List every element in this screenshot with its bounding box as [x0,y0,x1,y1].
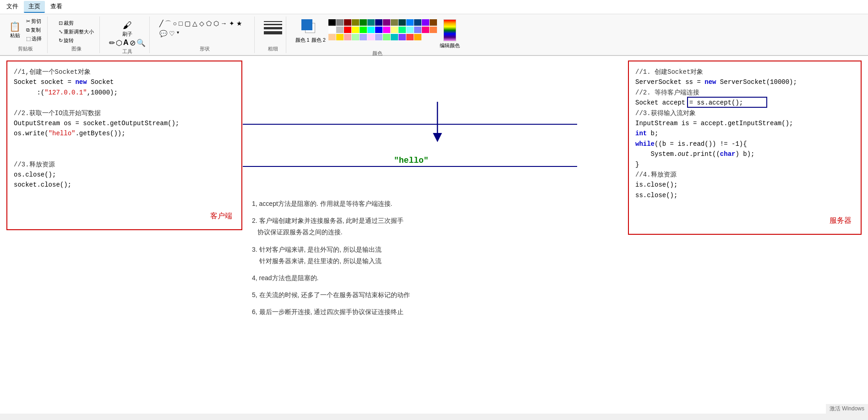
shape-pentagon[interactable]: ⬠ [206,19,212,28]
color-cell[interactable] [360,27,367,33]
color-cell[interactable] [344,19,351,26]
color-cell[interactable] [367,27,375,33]
color-cell[interactable] [391,34,398,40]
ribbon-group-image: ⊡ 裁剪 ⤡ 重新调整大小 ↻ 旋转 图像 [53,17,100,53]
color-cell[interactable] [391,27,398,33]
shape-rect[interactable]: □ [178,19,183,28]
shape-hexagon[interactable]: ⬡ [213,19,219,28]
down-arrow [431,102,444,148]
paste-icon: 📋 [9,21,21,32]
note-1: 1, accept方法是阻塞的. 作用就是等待客户端连接. [252,198,472,210]
gradient-swatch[interactable] [443,19,456,41]
ribbon-group-shapes: ╱ ⌒ ○ □ ▢ △ ◇ ⬠ ⬡ → ✦ ★ 💬 ♡ ▾ 形状 [155,17,255,53]
color-cell[interactable] [328,27,336,33]
color-cell[interactable] [406,34,414,40]
color-cell[interactable] [422,27,429,33]
color-cell[interactable] [414,27,421,33]
color-palette [328,19,437,40]
client-comment3: //3.释放资源 [14,160,235,170]
rotate-button[interactable]: ↻ 旋转 [57,37,96,44]
ribbon-clipboard-row: 📋 粘贴 ✂ 剪切 ⧉ 复制 ⬚ 选择 [7,17,44,43]
pencil-icon[interactable]: ✏ [109,39,115,47]
thickness-thin[interactable] [264,21,282,22]
color-cell[interactable] [399,27,406,33]
copy-button[interactable]: ⧉ 复制 [24,26,44,34]
color-cell[interactable] [414,34,421,40]
server-line9: ss.close(); [635,190,854,200]
server-line1: ServerSocket ss = new ServerSocket(10000… [635,77,854,87]
resize-button[interactable]: ⤡ 重新调整大小 [57,28,96,36]
fill-icon[interactable]: ⬡ [116,39,122,47]
shape-oval[interactable]: ○ [173,19,177,28]
text-icon[interactable]: A [123,39,129,47]
color-cell[interactable] [375,34,382,40]
color-cell[interactable] [367,19,375,26]
color-cell[interactable] [422,19,429,26]
shape-star5[interactable]: ★ [236,19,243,28]
eyedropper-icon[interactable]: 🔍 [136,39,146,47]
menu-file[interactable]: 文件 [2,1,23,13]
color-cell[interactable] [367,34,375,40]
color-cell[interactable] [336,27,344,33]
color-cell[interactable] [328,19,336,26]
client-line3: OutputStream os = socket.getOutputStream… [14,118,235,128]
thickness-extra[interactable] [264,31,282,34]
shape-curve[interactable]: ⌒ [164,19,172,28]
menu-home[interactable]: 主页 [24,1,45,13]
notes-area: 1, accept方法是阻塞的. 作用就是等待客户端连接. 2. 客户端创建对象… [252,198,472,324]
server-label: 服务器 [830,215,852,227]
color-cell[interactable] [344,27,351,33]
shape-star4[interactable]: ✦ [229,19,235,28]
shape-heart[interactable]: ♡ [169,29,175,38]
color-cell[interactable] [430,27,437,33]
shapes-more[interactable]: ▾ [176,29,180,38]
thickness-thick[interactable] [264,27,282,29]
color-cell[interactable] [383,34,390,40]
main-canvas[interactable]: //1,创建一个Socket对象 Socket socket = new Soc… [0,56,868,414]
color-cell[interactable] [430,19,437,26]
color-cell[interactable] [360,34,367,40]
color-cell[interactable] [391,19,398,26]
menu-view[interactable]: 查看 [46,1,67,13]
thickness-medium[interactable] [264,24,282,25]
shape-triangle[interactable]: △ [192,19,198,28]
resize-icon: ⤡ [59,29,63,35]
server-code-box: //1. 创建Socket对象 ServerSocket ss = new Se… [628,61,862,235]
color-cell[interactable] [344,34,351,40]
color-cell[interactable] [414,19,421,26]
shape-rounded-rect[interactable]: ▢ [184,19,191,28]
color-cell[interactable] [383,27,390,33]
color-cell[interactable] [352,27,359,33]
color-cell[interactable] [383,19,390,26]
client-code-box: //1,创建一个Socket对象 Socket socket = new Soc… [6,61,242,230]
shape-line[interactable]: ╱ [159,19,164,28]
color-cell[interactable] [328,34,336,40]
shape-arrow-right[interactable]: → [220,19,228,28]
color-cell[interactable] [406,27,414,33]
select-button[interactable]: ⬚ 选择 [24,35,44,43]
brush-button[interactable]: 🖌 刷子 [120,19,135,39]
server-comment4: //4.释放资源 [635,170,854,180]
shape-diamond[interactable]: ◇ [199,19,205,28]
cut-icon: ✂ [26,18,30,24]
cut-button[interactable]: ✂ 剪切 [24,17,44,25]
color-cell[interactable] [375,19,382,26]
client-line2: :("127.0.0.1",10000); [14,88,235,98]
paste-button[interactable]: 📋 粘贴 [7,20,22,40]
color-cell[interactable] [399,19,406,26]
color-cell[interactable] [406,19,414,26]
color-cell[interactable] [360,19,367,26]
connection-line-bottom [243,166,577,167]
color1-swatch[interactable] [301,19,312,30]
color-cell[interactable] [352,19,359,26]
color-cell[interactable] [352,34,359,40]
eraser-icon[interactable]: ⊘ [130,39,136,47]
color-cell[interactable] [336,34,344,40]
ribbon-group-thickness: 粗细 [260,17,286,53]
color-cell[interactable] [399,34,406,40]
crop-button[interactable]: ⊡ 裁剪 [57,19,96,27]
shape-callout[interactable]: 💬 [159,29,168,38]
color-cell[interactable] [336,19,344,26]
server-comment1: //1. 创建Socket对象 [635,67,854,77]
color-cell[interactable] [375,27,382,33]
